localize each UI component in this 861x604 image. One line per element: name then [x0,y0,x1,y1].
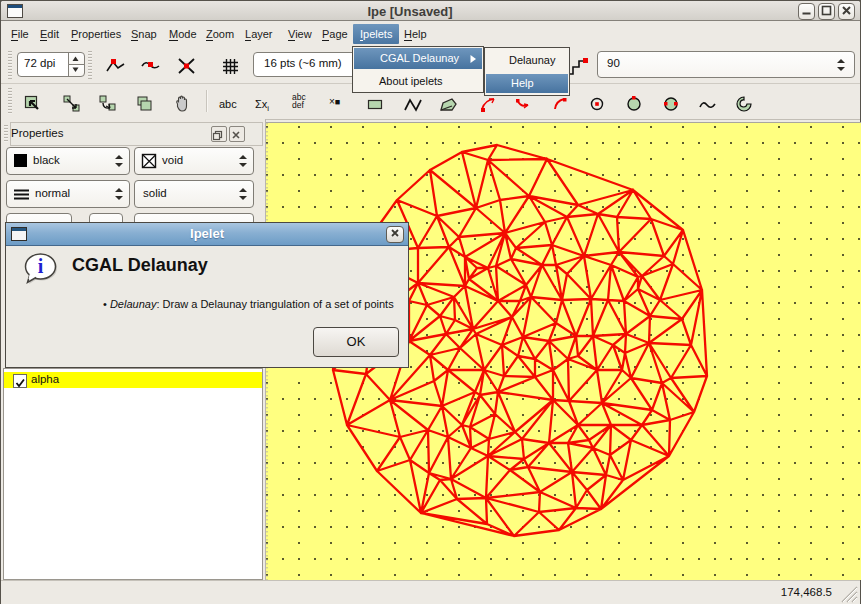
svg-text:i: i [38,255,44,277]
